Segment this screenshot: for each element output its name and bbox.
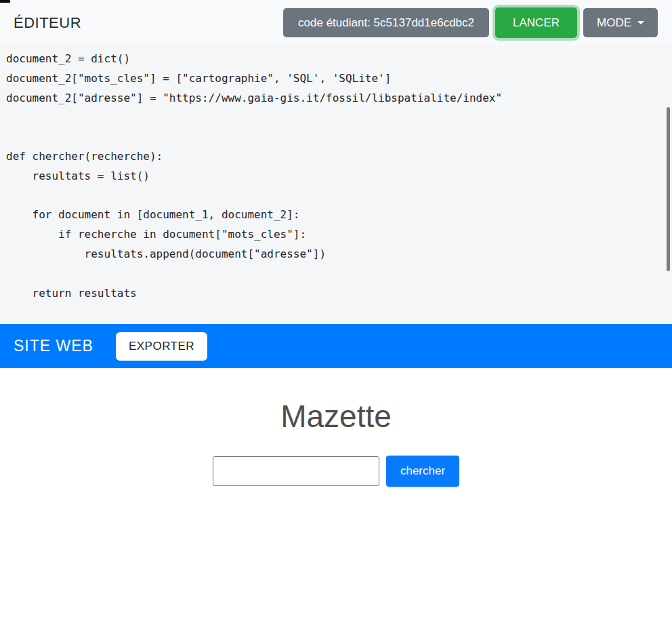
code-line: if recherche in document["mots_cles"]: <box>6 225 672 245</box>
search-row: chercher <box>0 456 672 487</box>
code-line <box>6 108 672 127</box>
code-editor[interactable]: document_2 = dict() document_2["mots_cle… <box>0 45 672 324</box>
code-line <box>6 186 672 206</box>
code-line: document_2 = dict() <box>6 49 672 69</box>
header-buttons: code étudiant: 5c5137dd1e6cdbc2 LANCER M… <box>283 7 658 39</box>
run-button[interactable]: LANCER <box>495 7 577 39</box>
site-web-bar: SITE WEB EXPORTER <box>0 324 672 368</box>
site-web-title: SITE WEB <box>14 337 93 355</box>
code-line: def chercher(recherche): <box>6 147 672 167</box>
export-button[interactable]: EXPORTER <box>116 332 207 361</box>
code-line: resultats.append(document["adresse"]) <box>6 245 672 264</box>
code-lines: document_2 = dict() document_2["mots_cle… <box>0 45 672 303</box>
code-line: document_2["mots_cles"] = ["cartographie… <box>6 69 672 89</box>
editor-header: ÉDITEUR code étudiant: 5c5137dd1e6cdbc2 … <box>0 0 672 45</box>
editor-title: ÉDITEUR <box>14 14 81 32</box>
mode-dropdown-label: MODE <box>597 15 631 31</box>
code-line: document_2["adresse"] = "https://www.gai… <box>6 89 672 108</box>
code-line: return resultats <box>6 284 672 304</box>
search-button[interactable]: chercher <box>386 456 459 487</box>
chevron-down-icon <box>637 21 644 24</box>
code-line <box>6 264 672 284</box>
code-line: for document in [document_1, document_2]… <box>6 205 672 225</box>
search-input[interactable] <box>213 456 379 486</box>
code-line: resultats = list() <box>6 167 672 186</box>
scrollbar-thumb[interactable] <box>667 107 670 271</box>
top-left-mark <box>0 0 10 3</box>
site-preview: Mazette chercher <box>0 368 672 642</box>
site-heading: Mazette <box>0 398 672 435</box>
mode-dropdown-button[interactable]: MODE <box>583 8 658 38</box>
scrollbar[interactable] <box>664 45 672 324</box>
student-code-button[interactable]: code étudiant: 5c5137dd1e6cdbc2 <box>283 8 489 38</box>
code-line <box>6 127 672 147</box>
